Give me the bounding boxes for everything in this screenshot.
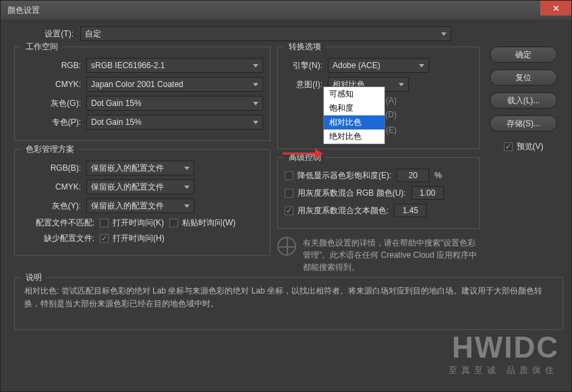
spot-select[interactable]: Dot Gain 15%	[86, 115, 263, 130]
checkbox-icon	[285, 189, 293, 198]
blend-rgb-input[interactable]	[411, 186, 444, 200]
desat-check[interactable]: 降低显示器色彩饱和度(E):	[285, 170, 391, 181]
advanced-fieldset: 高级控制 降低显示器色彩饱和度(E): % 用灰度系数混合 RGB 颜色(U):…	[277, 157, 480, 229]
checkbox-icon	[285, 171, 293, 180]
close-button[interactable]: ✕	[540, 1, 571, 16]
dialog-title: 颜色设置	[7, 5, 40, 16]
policy-gray-select[interactable]: 保留嵌入的配置文件	[86, 198, 194, 213]
settings-select[interactable]: 自定	[80, 26, 451, 41]
missing-label: 缺少配置文件:	[22, 233, 94, 244]
engine-select[interactable]: Adobe (ACE)	[328, 58, 429, 73]
checkbox-icon	[169, 219, 178, 227]
intent-label: 意图(I):	[285, 79, 322, 90]
mismatch-label: 配置文件不匹配:	[22, 217, 94, 229]
close-icon: ✕	[552, 3, 560, 13]
workspace-fieldset: 工作空间 RGB: sRGB IEC61966-2.1 CMYK: Japan …	[14, 47, 270, 141]
gray-select[interactable]: Dot Gain 15%	[86, 96, 263, 111]
preview-check[interactable]: 预览(V)	[504, 141, 544, 152]
missing-open-check[interactable]: 打开时询问(H)	[100, 233, 165, 244]
intent-dropdown[interactable]: 可感知 饱和度 相对比色 绝对比色	[323, 86, 385, 144]
checkbox-icon	[504, 142, 513, 151]
policies-legend: 色彩管理方案	[22, 144, 78, 155]
titlebar: 颜色设置 ✕	[1, 1, 571, 20]
checkbox-icon	[285, 206, 293, 215]
save-button[interactable]: 存储(S)...	[490, 115, 557, 132]
rgb-select[interactable]: sRGB IEC61966-2.1	[86, 58, 263, 73]
desat-unit: %	[434, 171, 442, 180]
advanced-legend: 高级控制	[285, 152, 325, 163]
policy-gray-label: 灰色(Y):	[22, 200, 81, 212]
policy-cmyk-label: CMYK:	[22, 182, 81, 192]
conversion-legend: 转换选项	[285, 41, 325, 53]
settings-label: 设置(T):	[14, 28, 74, 40]
description-box: 说明 相对比色: 尝试匹配目标色彩的绝对 Lab 坐标与来源色彩的绝对 Lab …	[14, 277, 563, 330]
cmyk-select[interactable]: Japan Color 2001 Coated	[86, 77, 263, 92]
blend-text-check[interactable]: 用灰度系数混合文本颜色:	[285, 205, 389, 217]
description-title: 说明	[22, 272, 46, 283]
cmyk-label: CMYK:	[22, 80, 81, 89]
load-button[interactable]: 载入(L)...	[490, 92, 557, 109]
ok-button[interactable]: 确定	[490, 47, 557, 63]
policy-rgb-select[interactable]: 保留嵌入的配置文件	[86, 161, 194, 175]
policy-cmyk-select[interactable]: 保留嵌入的配置文件	[86, 179, 194, 194]
checkbox-icon	[100, 219, 109, 227]
desat-input[interactable]	[397, 169, 429, 182]
spot-label: 专色(P):	[22, 117, 81, 128]
engine-label: 引擎(N):	[285, 60, 322, 72]
rgb-label: RGB:	[22, 61, 81, 70]
blend-rgb-check[interactable]: 用灰度系数混合 RGB 颜色(U):	[285, 188, 406, 199]
blend-text-input[interactable]	[394, 204, 426, 217]
info-text: 有关颜色设置的详情，请在帮助中搜索"设置色彩管理"。此术语在任何 Creativ…	[303, 237, 480, 273]
description-text: 相对比色: 尝试匹配目标色彩的绝对 Lab 坐标与来源色彩的绝对 Lab 坐标，…	[24, 285, 553, 310]
intent-option-absolute[interactable]: 绝对比色	[324, 130, 384, 144]
intent-option-saturation[interactable]: 饱和度	[324, 101, 384, 115]
policies-fieldset: 色彩管理方案 RGB(B): 保留嵌入的配置文件 CMYK: 保留嵌入的配置文件…	[14, 149, 270, 256]
gray-label: 灰色(G):	[22, 98, 81, 109]
color-settings-dialog: 颜色设置 ✕ 设置(T): 自定 工作空间 RGB: sRGB IEC61966…	[0, 0, 572, 392]
mismatch-open-check[interactable]: 打开时询问(K)	[100, 217, 164, 229]
globe-icon	[277, 237, 296, 256]
intent-option-perceptual[interactable]: 可感知	[324, 87, 384, 101]
workspace-legend: 工作空间	[22, 41, 62, 53]
info-row: 有关颜色设置的详情，请在帮助中搜索"设置色彩管理"。此术语在任何 Creativ…	[277, 237, 480, 273]
policy-rgb-label: RGB(B):	[22, 163, 81, 173]
settings-value: 自定	[85, 28, 101, 40]
mismatch-paste-check[interactable]: 粘贴时询问(W)	[169, 217, 235, 229]
checkbox-icon	[100, 234, 109, 243]
reset-button[interactable]: 复位	[490, 69, 557, 86]
intent-option-relative[interactable]: 相对比色	[324, 115, 384, 130]
